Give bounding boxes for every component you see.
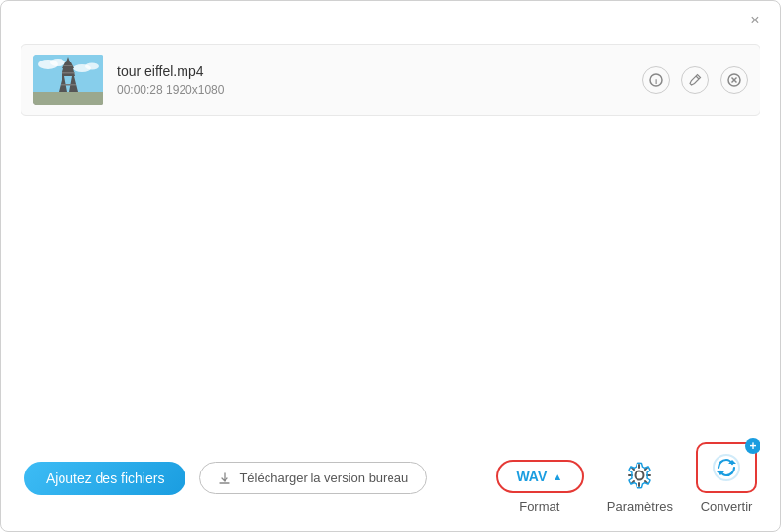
title-bar: × <box>1 1 780 36</box>
bottom-bar: Ajoutez des fichiers Télécharger la vers… <box>1 429 780 531</box>
svg-point-4 <box>85 63 99 70</box>
format-button[interactable]: WAV ▲ <box>496 460 584 493</box>
svg-rect-11 <box>61 84 76 86</box>
svg-text:i: i <box>655 77 657 86</box>
format-label: Format <box>519 499 559 513</box>
svg-rect-12 <box>62 72 75 74</box>
format-button-wrap: WAV ▲ Format <box>496 460 584 513</box>
content-area: tour eiffel.mp4 00:00:28 1920x1080 i <box>1 36 780 429</box>
svg-rect-5 <box>33 92 103 105</box>
convert-button-wrap: + Convertir <box>696 442 757 513</box>
bottom-left: Ajoutez des fichiers Télécharger la vers… <box>24 462 427 495</box>
download-desktop-button[interactable]: Télécharger la version bureau <box>199 462 427 494</box>
chevron-down-icon: ▲ <box>553 471 562 482</box>
gear-icon <box>624 460 655 491</box>
params-label: Paramètres <box>607 499 673 513</box>
svg-line-16 <box>696 76 699 79</box>
params-button[interactable] <box>620 458 659 493</box>
bottom-right: WAV ▲ Format Paramètres <box>496 442 757 513</box>
svg-point-2 <box>50 59 65 66</box>
download-icon <box>218 471 231 485</box>
svg-point-21 <box>636 471 644 480</box>
params-button-wrap: Paramètres <box>607 458 673 513</box>
file-edit-button[interactable] <box>681 66 709 94</box>
file-remove-button[interactable] <box>720 66 748 94</box>
convert-label: Convertir <box>701 499 753 513</box>
svg-rect-13 <box>63 65 73 66</box>
file-info: tour eiffel.mp4 00:00:28 1920x1080 <box>117 63 224 97</box>
file-thumbnail <box>33 55 103 105</box>
convert-icon <box>711 452 742 483</box>
file-left: tour eiffel.mp4 00:00:28 1920x1080 <box>33 55 224 105</box>
file-name: tour eiffel.mp4 <box>117 63 224 79</box>
convert-plus-icon: + <box>745 438 760 454</box>
close-window-button[interactable]: × <box>745 11 764 30</box>
file-info-button[interactable]: i <box>642 66 670 94</box>
file-actions: i <box>642 66 748 94</box>
format-value: WAV <box>516 469 547 484</box>
convert-button[interactable]: + <box>696 442 757 493</box>
file-item: tour eiffel.mp4 00:00:28 1920x1080 i <box>21 44 760 116</box>
main-window: × <box>0 0 781 532</box>
file-meta: 00:00:28 1920x1080 <box>117 83 224 97</box>
add-files-button[interactable]: Ajoutez des fichiers <box>24 462 185 495</box>
